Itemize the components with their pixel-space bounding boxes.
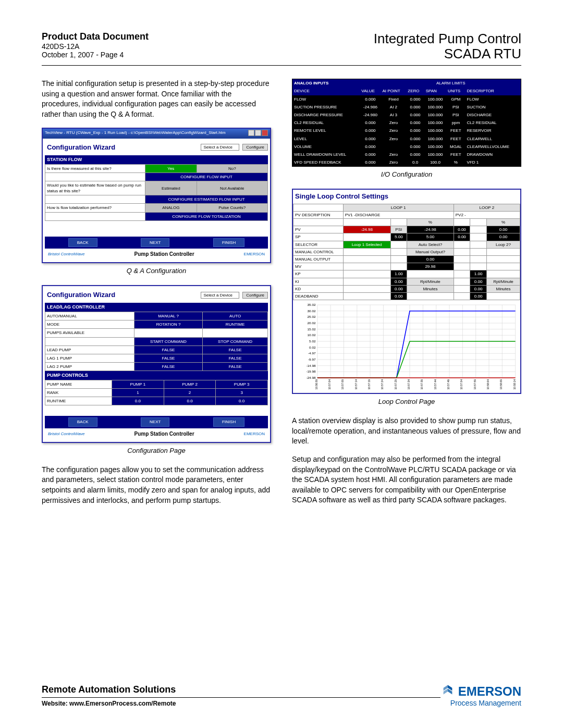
loop-cell bbox=[454, 241, 470, 248]
svg-text:5.02: 5.02 bbox=[309, 339, 316, 343]
io-cell: CLEARWELL bbox=[466, 135, 521, 143]
io-cell: VFD 1 bbox=[466, 158, 521, 166]
emerson-small-logo-2: EMERSON bbox=[244, 431, 265, 437]
svg-text:10:57:09: 10:57:09 bbox=[341, 379, 344, 390]
table-cell[interactable]: FALSE bbox=[203, 363, 268, 371]
io-cell: FEET bbox=[446, 135, 465, 143]
document-page: Product Data Document 420DS-12A October … bbox=[0, 0, 563, 728]
io-cell: 0.000 bbox=[406, 95, 424, 103]
analog-button[interactable]: ANALOG bbox=[145, 204, 197, 212]
io-cell: CL2 RESIDUAL bbox=[292, 119, 360, 127]
device-select[interactable]: Select a Device bbox=[201, 144, 239, 151]
loop-cell: KP bbox=[293, 270, 344, 278]
window-title: TechView - RTU (CWave_Exp - 1 Run Load) … bbox=[45, 130, 226, 138]
io-cell: 0.000 bbox=[406, 103, 424, 111]
configure-flow-input-button[interactable]: CONFIGURE FLOW INPUT bbox=[145, 172, 268, 181]
table-cell[interactable]: FALSE bbox=[134, 346, 202, 354]
table-cell[interactable]: START COMMAND bbox=[134, 337, 202, 346]
loop-cell: -24.98 bbox=[343, 226, 390, 233]
io-cell: Zero bbox=[381, 127, 406, 134]
table-cell: RUNTIME bbox=[45, 397, 112, 405]
configure-est-flow-button[interactable]: CONFIGURE ESTIMATED FLOW INPUT bbox=[145, 195, 268, 204]
footer-title: Remote Automation Solutions bbox=[42, 684, 440, 698]
table-cell[interactable]: ROTATION ? bbox=[134, 320, 202, 329]
table-cell[interactable]: FALSE bbox=[203, 354, 268, 362]
io-cell: 100.000 bbox=[424, 103, 446, 111]
table-cell: LAG 1 PUMP bbox=[45, 354, 134, 362]
right-column: ANALOG INPUTSALARM LIMITSDEVICEVALUEAI P… bbox=[292, 79, 521, 513]
controller-label-2: Pump Station Controller bbox=[134, 430, 194, 438]
io-cell: 100.000 bbox=[424, 111, 446, 119]
io-cell: 100.000 bbox=[424, 151, 446, 158]
section-leadlag: LEAD/LAG CONTROLLER bbox=[45, 303, 268, 312]
doc-title: Product Data Document bbox=[42, 31, 149, 42]
svg-text:10:57:59: 10:57:59 bbox=[473, 379, 476, 390]
svg-text:-14.98: -14.98 bbox=[306, 364, 316, 367]
configure-button[interactable]: Configure bbox=[242, 144, 268, 151]
svg-text:-24.98: -24.98 bbox=[306, 376, 316, 379]
loop-cell bbox=[470, 226, 487, 233]
io-cell: ppm bbox=[446, 119, 465, 127]
header-right: Integrated Pump Control SCADA RTU bbox=[374, 31, 521, 61]
loop-cell bbox=[454, 263, 470, 270]
next-button-2[interactable]: NEXT bbox=[141, 417, 169, 426]
io-cell: 0.000 bbox=[360, 135, 381, 143]
back-button[interactable]: BACK bbox=[68, 238, 97, 247]
table-cell[interactable]: FALSE bbox=[134, 354, 202, 362]
loop-cell bbox=[390, 255, 407, 263]
leadlag-table: AUTO/MANUALMANUAL ?AUTOMODEROTATION ?RUN… bbox=[45, 312, 268, 371]
table-cell[interactable]: MANUAL ? bbox=[134, 312, 202, 320]
pulse-counts-button[interactable]: Pulse Counts? bbox=[197, 204, 268, 212]
io-cell: 0.000 bbox=[360, 158, 381, 166]
qa-table: Is there flow measured at this site? Yes… bbox=[45, 164, 268, 221]
table-cell: AUTO/MANUAL bbox=[45, 312, 134, 320]
qa-no-button[interactable]: No? bbox=[197, 164, 268, 172]
next-button[interactable]: NEXT bbox=[141, 238, 169, 247]
configure-button-2[interactable]: Configure bbox=[242, 292, 268, 299]
window-buttons[interactable] bbox=[248, 130, 268, 138]
loop-cell: MANUAL OUTPUT bbox=[293, 255, 344, 263]
emerson-logo: EMERSON Process Management bbox=[440, 684, 521, 707]
loop-cell: 29.98 bbox=[407, 263, 454, 270]
setup-paragraph: Setup and configuration may also be perf… bbox=[292, 454, 521, 505]
back-button-2[interactable]: BACK bbox=[68, 417, 97, 426]
svg-text:20.02: 20.02 bbox=[308, 321, 316, 325]
caption-cfg: Configuration Page bbox=[42, 446, 271, 455]
qa-config-screenshot: TechView - RTU (CWave_Exp - 1 Run Load) … bbox=[42, 128, 271, 263]
qa-q2: Would you like to estimate flow based on… bbox=[45, 181, 145, 195]
table-cell[interactable]: RUNTIME bbox=[203, 320, 268, 329]
io-cell: PSI bbox=[446, 103, 465, 111]
finish-button[interactable]: FINISH bbox=[213, 238, 244, 247]
loop-cell: 5.00 bbox=[407, 233, 454, 241]
loop-cell bbox=[407, 270, 454, 278]
estimated-button[interactable]: Estimated bbox=[145, 181, 197, 195]
table-cell[interactable]: FALSE bbox=[203, 346, 268, 354]
loop-cell: 1.00 bbox=[470, 270, 487, 278]
io-header: DESCRIPTOR bbox=[466, 87, 521, 95]
device-select-2[interactable]: Select a Device bbox=[201, 292, 239, 299]
io-cell: FLOW bbox=[292, 95, 360, 103]
loop-cell bbox=[390, 241, 407, 248]
page-header: Product Data Document 420DS-12A October … bbox=[42, 31, 521, 66]
content-columns: The initial configuration setup is prese… bbox=[42, 79, 521, 513]
svg-text:10.02: 10.02 bbox=[308, 334, 316, 337]
loop-cell: 1.00 bbox=[390, 270, 407, 278]
io-header: VALUE bbox=[360, 87, 381, 95]
table-cell[interactable]: FALSE bbox=[134, 363, 202, 371]
io-cell: 0.0 bbox=[406, 158, 424, 166]
qa-yes-button[interactable]: Yes bbox=[145, 164, 197, 172]
loop-cell bbox=[343, 285, 390, 292]
loop-cell: 0.00 bbox=[454, 233, 470, 241]
io-cell: RESERVOIR bbox=[466, 127, 521, 134]
io-cell: SUCTION PRESSURE bbox=[292, 103, 360, 111]
overview-paragraph: A station overview display is also provi… bbox=[292, 416, 521, 447]
finish-button-2[interactable]: FINISH bbox=[213, 417, 244, 426]
table-cell[interactable]: STOP COMMAND bbox=[203, 337, 268, 346]
configure-flow-total-button[interactable]: CONFIGURE FLOW TOTALIZATION bbox=[145, 212, 268, 220]
table-cell[interactable]: AUTO bbox=[203, 312, 268, 320]
io-cell: REMOTE LEVEL bbox=[292, 127, 360, 134]
not-available-button[interactable]: Not Available bbox=[197, 181, 268, 195]
io-cell: Zero bbox=[381, 119, 406, 127]
loop-cell: 0.00 bbox=[470, 278, 487, 285]
io-cell: FEET bbox=[446, 151, 465, 158]
